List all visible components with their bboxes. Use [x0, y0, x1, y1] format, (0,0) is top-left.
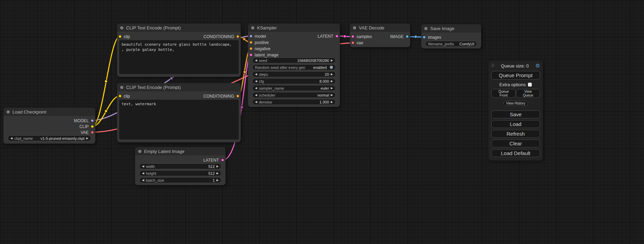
filename-prefix-widget[interactable]: filename_prefix ComfyUI — [425, 41, 477, 47]
prev-value-arrow-icon[interactable]: ◀ — [10, 137, 12, 140]
increment-arrow-icon[interactable]: ▶ — [331, 73, 333, 76]
queue-front-button[interactable]: Queue Front — [491, 89, 516, 98]
ckpt-name-widget[interactable]: ◀ ckpt_name v1-5-pruned-emaonly.ckpt ▶ — [8, 135, 91, 141]
next-value-arrow-icon[interactable]: ▶ — [331, 94, 333, 97]
prev-value-arrow-icon[interactable]: ◀ — [255, 87, 257, 90]
next-value-arrow-icon[interactable]: ▶ — [86, 137, 88, 140]
output-port-latent[interactable] — [221, 159, 224, 162]
extra-options-checkbox[interactable] — [528, 83, 532, 87]
node-title-bar[interactable]: KSampler — [248, 24, 340, 32]
output-slot-conditioning[interactable]: CONDITIONING — [203, 93, 239, 99]
output-slot-clip[interactable]: CLIP — [79, 124, 94, 129]
scheduler-widget[interactable]: ◀ scheduler normal ▶ — [252, 92, 336, 98]
input-port-negative[interactable] — [249, 47, 253, 50]
decrement-arrow-icon[interactable]: ◀ — [255, 73, 257, 76]
node-ksampler[interactable]: KSampler model positive negative latent_… — [248, 24, 340, 107]
input-slot-positive[interactable]: positive — [249, 39, 269, 45]
node-title-bar[interactable]: Load Checkpoint — [3, 108, 95, 116]
input-port-model[interactable] — [249, 35, 253, 38]
cfg-widget[interactable]: ◀ cfg 8.000 ▶ — [252, 78, 336, 84]
collapse-dot-icon[interactable] — [353, 26, 356, 29]
input-port-clip[interactable] — [118, 35, 122, 38]
input-slot-clip[interactable]: clip — [118, 93, 130, 99]
output-port-image[interactable] — [406, 35, 409, 38]
output-port-clip[interactable] — [91, 125, 94, 128]
sampler-name-widget[interactable]: ◀ sampler_name euler ▶ — [252, 85, 336, 91]
height-widget[interactable]: ◀ height 512 ▶ — [139, 170, 221, 176]
collapse-dot-icon[interactable] — [120, 26, 123, 29]
increment-arrow-icon[interactable]: ▶ — [331, 101, 333, 103]
clear-button[interactable]: Clear — [491, 139, 540, 147]
increment-arrow-icon[interactable]: ▶ — [331, 59, 333, 62]
node-clip-text-encode-negative[interactable]: CLIP Text Encode (Prompt) clip CONDITION… — [117, 83, 241, 142]
input-port-images[interactable] — [423, 36, 426, 39]
settings-gear-icon[interactable]: ⚙ — [536, 63, 540, 69]
node-title-bar[interactable]: Save Image — [421, 24, 481, 33]
refresh-button[interactable]: Refresh — [491, 130, 540, 138]
increment-arrow-icon[interactable]: ▶ — [331, 80, 333, 83]
output-port-vae[interactable] — [91, 131, 94, 134]
input-slot-clip[interactable]: clip — [118, 34, 130, 39]
output-slot-model[interactable]: MODEL — [74, 118, 94, 124]
node-clip-text-encode-positive[interactable]: CLIP Text Encode (Prompt) clip CONDITION… — [117, 24, 241, 77]
increment-arrow-icon[interactable]: ▶ — [217, 165, 219, 168]
decrement-arrow-icon[interactable]: ◀ — [255, 80, 257, 83]
node-title-bar[interactable]: Empty Latent Image — [135, 147, 226, 155]
collapse-dot-icon[interactable] — [7, 110, 10, 114]
decrement-arrow-icon[interactable]: ◀ — [255, 101, 257, 103]
queue-prompt-button[interactable]: Queue Prompt — [491, 71, 540, 80]
prev-value-arrow-icon[interactable]: ◀ — [255, 94, 257, 97]
output-port-model[interactable] — [91, 119, 94, 122]
node-graph-canvas[interactable]: Load Checkpoint MODEL CLIP VAE ◀ ckpt_na… — [0, 0, 644, 244]
seed-widget[interactable]: ◀ seed 156680208700286 ▶ — [252, 57, 336, 63]
output-slot-vae[interactable]: VAE — [81, 129, 94, 135]
queue-panel[interactable]: ⠿ Queue size: 0 ⚙ Queue Prompt Extra opt… — [488, 61, 543, 161]
decrement-arrow-icon[interactable]: ◀ — [142, 179, 144, 182]
steps-widget[interactable]: ◀ steps 20 ▶ — [252, 71, 336, 77]
denoise-widget[interactable]: ◀ denoise 1.000 ▶ — [252, 99, 336, 105]
collapse-dot-icon[interactable] — [424, 27, 427, 30]
decrement-arrow-icon[interactable]: ◀ — [142, 165, 144, 168]
input-slot-model[interactable]: model — [249, 33, 266, 39]
batch-size-widget[interactable]: ◀ batch_size 1 ▶ — [139, 177, 221, 183]
input-slot-negative[interactable]: negative — [249, 46, 270, 52]
output-slot-image[interactable]: IMAGE — [390, 34, 409, 39]
node-save-image[interactable]: Save Image images filename_prefix ComfyU… — [421, 24, 481, 48]
toggle-indicator-icon[interactable] — [330, 66, 333, 69]
node-title-bar[interactable]: VAE Decode — [350, 24, 410, 32]
collapse-dot-icon[interactable] — [251, 26, 254, 29]
input-port-clip[interactable] — [118, 94, 122, 98]
input-slot-samples[interactable]: samples — [351, 34, 372, 39]
output-port-latent[interactable] — [335, 35, 338, 38]
increment-arrow-icon[interactable]: ▶ — [217, 179, 219, 182]
input-port-positive[interactable] — [249, 41, 253, 44]
random-seed-toggle[interactable]: Random seed after every gen enabled — [252, 64, 336, 70]
load-button[interactable]: Load — [491, 120, 540, 128]
node-load-checkpoint[interactable]: Load Checkpoint MODEL CLIP VAE ◀ ckpt_na… — [3, 108, 95, 144]
width-widget[interactable]: ◀ width 512 ▶ — [139, 163, 221, 169]
save-button[interactable]: Save — [491, 110, 540, 118]
view-history-button[interactable]: View History — [503, 101, 528, 106]
output-slot-latent[interactable]: LATENT — [203, 157, 224, 163]
increment-arrow-icon[interactable]: ▶ — [217, 172, 219, 175]
load-default-button[interactable]: Load Default — [491, 149, 540, 157]
node-title-bar[interactable]: CLIP Text Encode (Prompt) — [117, 24, 241, 32]
next-value-arrow-icon[interactable]: ▶ — [331, 87, 333, 90]
decrement-arrow-icon[interactable]: ◀ — [255, 59, 257, 62]
decrement-arrow-icon[interactable]: ◀ — [142, 172, 144, 175]
input-slot-latent-image[interactable]: latent_image — [249, 52, 279, 58]
input-port-vae[interactable] — [351, 41, 354, 44]
node-title-bar[interactable]: CLIP Text Encode (Prompt) — [117, 83, 241, 91]
output-slot-conditioning[interactable]: CONDITIONING — [203, 34, 239, 39]
output-slot-latent[interactable]: LATENT — [318, 33, 338, 39]
node-vae-decode[interactable]: VAE Decode samples vae IMAGE — [350, 24, 410, 47]
input-port-samples[interactable] — [351, 35, 354, 38]
output-port-conditioning[interactable] — [236, 35, 239, 38]
input-slot-vae[interactable]: vae — [351, 40, 363, 46]
prompt-text-area[interactable]: beautiful scenery nature glass bottle la… — [119, 40, 239, 74]
output-port-conditioning[interactable] — [236, 94, 239, 98]
input-slot-images[interactable]: images — [423, 34, 441, 40]
view-queue-button[interactable]: View Queue — [516, 89, 540, 98]
prompt-text-area[interactable]: text, watermark — [119, 100, 239, 139]
collapse-dot-icon[interactable] — [120, 86, 123, 89]
